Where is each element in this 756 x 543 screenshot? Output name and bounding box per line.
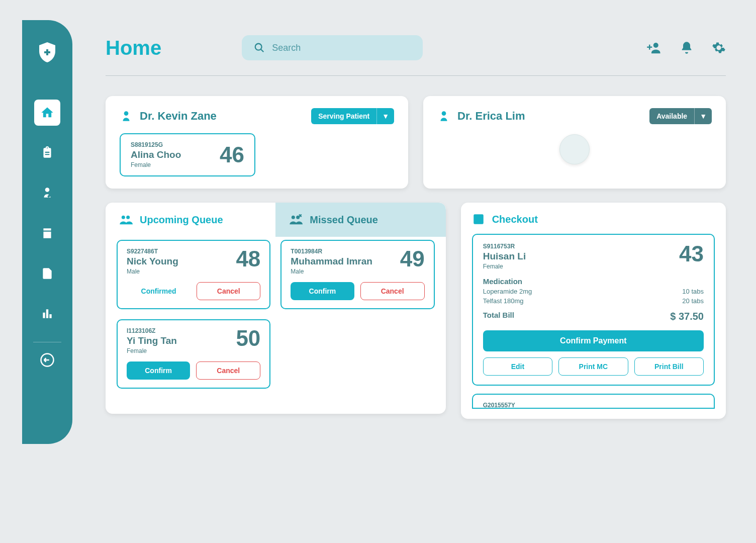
nav-patient[interactable] <box>34 180 60 206</box>
patient-number: 43 <box>679 243 704 265</box>
patient-id: I1123106Z <box>127 327 177 334</box>
add-user-icon[interactable] <box>646 40 662 55</box>
medication-heading: Medication <box>483 277 704 286</box>
search-icon <box>254 42 265 53</box>
topbar: Home <box>106 35 726 76</box>
patient-name: Yi Ting Tan <box>127 335 177 346</box>
patient-id: G2015557Y <box>483 402 704 409</box>
patient-name: Alina Choo <box>131 149 181 160</box>
chevron-down-icon: ▼ <box>376 108 394 124</box>
svg-point-4 <box>122 216 125 219</box>
patient-number: 50 <box>236 327 260 349</box>
nav-home[interactable] <box>34 100 60 126</box>
svg-point-3 <box>442 111 446 116</box>
queue-panel: Upcoming Queue Missed Queue <box>106 203 446 414</box>
print-mc-button[interactable]: Print MC <box>558 357 628 376</box>
total-bill-row: Total Bill $ 37.50 <box>483 311 704 322</box>
doctor-icon <box>120 110 133 123</box>
patient-id: S9227486T <box>127 248 178 255</box>
patient-name: Huisan Li <box>483 251 526 262</box>
cancel-button[interactable]: Cancel <box>197 282 260 300</box>
checkout-card: S9116753R Huisan Li Female 43 Medication… <box>472 234 715 386</box>
people-icon <box>119 213 133 227</box>
bell-icon[interactable] <box>680 41 694 55</box>
svg-point-5 <box>126 216 130 219</box>
tab-upcoming-queue[interactable]: Upcoming Queue <box>106 203 275 237</box>
queue-card[interactable]: T0013984R Muhammad Imran Male 49 Confirm… <box>280 240 434 309</box>
patient-gender: Male <box>127 268 178 275</box>
medication-row: Telfast 180mg 20 tabs <box>483 297 704 305</box>
checkout-panel: Checkout S9116753R Huisan Li Female 43 M… <box>461 203 726 419</box>
svg-point-6 <box>292 216 295 219</box>
chevron-down-icon: ▼ <box>694 108 712 124</box>
search-input[interactable] <box>272 43 411 53</box>
patient-gender: Female <box>131 161 181 168</box>
doctor-card-kevin: Dr. Kevin Zane Serving Patient ▼ S881912… <box>106 96 408 189</box>
doctor-icon <box>437 110 450 123</box>
edit-button[interactable]: Edit <box>483 357 552 376</box>
queue-card[interactable]: S9227486T Nick Young Male 48 Confirmed C… <box>117 240 270 309</box>
confirm-payment-button[interactable]: Confirm Payment <box>483 330 704 351</box>
patient-name: Muhammad Imran <box>291 256 372 267</box>
nav-inventory[interactable] <box>34 220 60 246</box>
doctor-name: Dr. Erica Lim <box>457 110 525 123</box>
patient-id: S9116753R <box>483 243 526 250</box>
patient-gender: Female <box>127 347 177 354</box>
svg-point-1 <box>255 44 262 50</box>
cancel-button[interactable]: Cancel <box>360 282 425 300</box>
patient-number: 46 <box>220 142 244 167</box>
gear-icon[interactable] <box>712 41 726 55</box>
current-patient-card[interactable]: S8819125G Alina Choo Female 46 <box>120 133 255 176</box>
nav-clipboard[interactable] <box>34 140 60 166</box>
nav-reports[interactable] <box>34 260 60 287</box>
doctor-name: Dr. Kevin Zane <box>140 110 217 123</box>
checkout-card-next[interactable]: G2015557Y <box>472 394 715 409</box>
checkout-title: Checkout <box>492 214 538 225</box>
empty-patient-placeholder <box>559 134 590 164</box>
cancel-button[interactable]: Cancel <box>196 361 260 380</box>
nav-logout[interactable] <box>40 352 55 368</box>
people-missed-icon <box>289 213 303 227</box>
patient-number: 49 <box>400 248 425 270</box>
doctor-card-erica: Dr. Erica Lim Available ▼ <box>423 96 726 189</box>
patient-gender: Male <box>291 268 372 275</box>
confirm-button[interactable]: Confirm <box>291 282 354 300</box>
medication-row: Loperamide 2mg 10 tabs <box>483 288 704 295</box>
queue-card[interactable]: I1123106Z Yi Ting Tan Female 50 Confirm … <box>117 319 270 389</box>
sidebar-divider <box>33 342 61 342</box>
print-bill-button[interactable]: Print Bill <box>634 357 704 376</box>
page-title: Home <box>106 37 161 59</box>
tab-missed-queue[interactable]: Missed Queue <box>275 203 445 237</box>
nav-analytics[interactable] <box>34 301 60 327</box>
patient-id: T0013984R <box>291 248 372 255</box>
logo-shield-icon <box>35 40 59 64</box>
doctor-status-dropdown[interactable]: Serving Patient ▼ <box>311 108 394 124</box>
confirm-button[interactable]: Confirm <box>127 361 190 380</box>
missed-queue-column: T0013984R Muhammad Imran Male 49 Confirm… <box>280 240 434 389</box>
patient-gender: Female <box>483 263 526 270</box>
svg-point-2 <box>124 111 129 116</box>
patient-number: 48 <box>236 248 260 270</box>
sidebar <box>22 20 72 444</box>
patient-name: Nick Young <box>127 256 178 267</box>
doctor-status-dropdown[interactable]: Available ▼ <box>649 108 712 124</box>
upcoming-queue-column: S9227486T Nick Young Male 48 Confirmed C… <box>117 240 270 389</box>
search-box[interactable] <box>242 35 423 60</box>
patient-id: S8819125G <box>131 141 181 148</box>
checkout-icon <box>472 213 485 226</box>
confirmed-button[interactable]: Confirmed <box>127 282 191 300</box>
